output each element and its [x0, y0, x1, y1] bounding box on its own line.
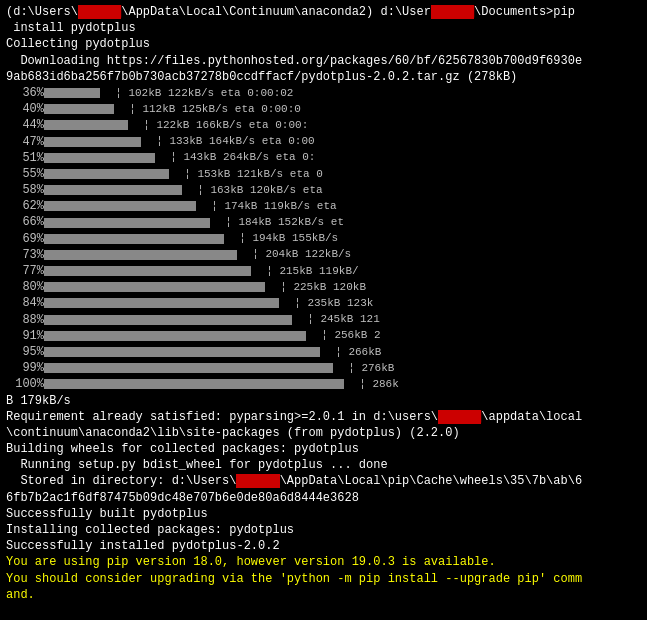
progress-row-40: 40% ¦ 112kB 125kB/s eta 0:00:0	[6, 101, 641, 117]
bar-fill	[44, 250, 237, 260]
path-suffix: \AppData\Local\Continuum\anaconda2) d:\U…	[121, 5, 431, 19]
bar-info: ¦ 245kB 121	[294, 312, 380, 327]
bar-info: ¦ 286k	[346, 377, 399, 392]
bar-fill	[44, 363, 333, 373]
progress-row-69: 69% ¦ 194kB 155kB/s	[6, 231, 641, 247]
pct-label: 95%	[6, 344, 44, 360]
pct-label: 99%	[6, 360, 44, 376]
progress-area: 36% ¦ 102kB 122kB/s eta 0:00:02 40% ¦ 11…	[6, 85, 641, 393]
bar-container: ¦ 153kB 121kB/s eta 0	[44, 167, 641, 182]
pct-label: 44%	[6, 117, 44, 133]
progress-row-47: 47% ¦ 133kB 164kB/s eta 0:00	[6, 134, 641, 150]
bar-fill	[44, 282, 265, 292]
bar-container: ¦ 266kB	[44, 345, 641, 360]
bar-container: ¦ 245kB 121	[44, 312, 641, 327]
bar-info: ¦ 133kB 164kB/s eta 0:00	[143, 134, 315, 149]
speed-line: B 179kB/s	[6, 393, 641, 409]
progress-row-95: 95% ¦ 266kB	[6, 344, 641, 360]
bar-container: ¦ 163kB 120kB/s eta	[44, 183, 641, 198]
bar-fill	[44, 153, 155, 163]
downloading-line-1: Downloading https://files.pythonhosted.o…	[6, 53, 641, 69]
bar-container: ¦ 215kB 119kB/	[44, 264, 641, 279]
bar-fill	[44, 185, 182, 195]
progress-row-51: 51% ¦ 143kB 264kB/s eta 0:	[6, 150, 641, 166]
progress-row-91: 91% ¦ 256kB 2	[6, 328, 641, 344]
bar-fill	[44, 234, 224, 244]
progress-row-88: 88% ¦ 245kB 121	[6, 312, 641, 328]
bar-fill	[44, 120, 128, 130]
bar-container: ¦ 102kB 122kB/s eta 0:00:02	[44, 86, 641, 101]
bar-container: ¦ 122kB 166kB/s eta 0:00:	[44, 118, 641, 133]
bar-info: ¦ 225kB 120kB	[267, 280, 366, 295]
progress-row-80: 80% ¦ 225kB 120kB	[6, 279, 641, 295]
progress-row-36: 36% ¦ 102kB 122kB/s eta 0:00:02	[6, 85, 641, 101]
pct-label: 51%	[6, 150, 44, 166]
stored-dir-line: Stored in directory: d:\Users\██████\App…	[6, 473, 641, 489]
progress-row-100: 100% ¦ 286k	[6, 376, 641, 392]
bar-info: ¦ 215kB 119kB/	[253, 264, 359, 279]
bar-container: ¦ 133kB 164kB/s eta 0:00	[44, 134, 641, 149]
header-line-2: install pydotplus	[6, 20, 641, 36]
bar-container: ¦ 143kB 264kB/s eta 0:	[44, 150, 641, 165]
bar-fill	[44, 169, 169, 179]
censored-username-2: ██████	[431, 5, 474, 19]
bar-info: ¦ 204kB 122kB/s	[239, 247, 351, 262]
bar-container: ¦ 276kB	[44, 361, 641, 376]
bar-info: ¦ 276kB	[335, 361, 394, 376]
censored-username-4: ██████	[236, 474, 279, 488]
header-line-1: (d:\Users\██████\AppData\Local\Continuum…	[6, 4, 641, 20]
built-line: Successfully built pydotplus	[6, 506, 641, 522]
bar-info: ¦ 194kB 155kB/s	[226, 231, 338, 246]
bar-container: ¦ 112kB 125kB/s eta 0:00:0	[44, 102, 641, 117]
bar-info: ¦ 143kB 264kB/s eta 0:	[157, 150, 315, 165]
progress-row-73: 73% ¦ 204kB 122kB/s	[6, 247, 641, 263]
pct-label: 88%	[6, 312, 44, 328]
bar-fill	[44, 266, 251, 276]
bar-container: ¦ 194kB 155kB/s	[44, 231, 641, 246]
bar-fill	[44, 315, 292, 325]
path-prefix: (d:\Users\	[6, 5, 78, 19]
building-wheels-line: Building wheels for collected packages: …	[6, 441, 641, 457]
bar-container: ¦ 235kB 123k	[44, 296, 641, 311]
progress-row-99: 99% ¦ 276kB	[6, 360, 641, 376]
pct-label: 77%	[6, 263, 44, 279]
bar-fill	[44, 347, 320, 357]
warning-line-3: and.	[6, 587, 641, 603]
bar-info: ¦ 112kB 125kB/s eta 0:00:0	[116, 102, 301, 117]
progress-row-44: 44% ¦ 122kB 166kB/s eta 0:00:	[6, 117, 641, 133]
bar-info: ¦ 235kB 123k	[281, 296, 373, 311]
bar-info: ¦ 184kB 152kB/s et	[212, 215, 344, 230]
pct-label: 73%	[6, 247, 44, 263]
bar-info: ¦ 122kB 166kB/s eta 0:00:	[130, 118, 308, 133]
bar-container: ¦ 184kB 152kB/s et	[44, 215, 641, 230]
pct-label: 80%	[6, 279, 44, 295]
path-docs: \Documents>pip	[474, 5, 575, 19]
installing-line: Installing collected packages: pydotplus	[6, 522, 641, 538]
bar-container: ¦ 256kB 2	[44, 328, 641, 343]
bar-fill	[44, 298, 279, 308]
pct-label: 91%	[6, 328, 44, 344]
bar-fill	[44, 218, 210, 228]
pct-label: 58%	[6, 182, 44, 198]
installed-line: Successfully installed pydotplus-2.0.2	[6, 538, 641, 554]
bar-info: ¦ 266kB	[322, 345, 381, 360]
pct-label: 55%	[6, 166, 44, 182]
bar-info: ¦ 174kB 119kB/s eta	[198, 199, 337, 214]
bar-info: ¦ 163kB 120kB/s eta	[184, 183, 323, 198]
bar-container: ¦ 225kB 120kB	[44, 280, 641, 295]
collecting-line: Collecting pydotplus	[6, 36, 641, 52]
pct-label: 36%	[6, 85, 44, 101]
bar-container: ¦ 204kB 122kB/s	[44, 247, 641, 262]
requirement-line-1: Requirement already satisfied: pyparsing…	[6, 409, 641, 425]
pct-label: 40%	[6, 101, 44, 117]
bar-fill	[44, 331, 306, 341]
censored-username-3: ██████	[438, 410, 481, 424]
bar-info: ¦ 256kB 2	[308, 328, 381, 343]
bar-container: ¦ 286k	[44, 377, 641, 392]
progress-row-77: 77% ¦ 215kB 119kB/	[6, 263, 641, 279]
warning-line-1: You are using pip version 18.0, however …	[6, 554, 641, 570]
bar-info: ¦ 102kB 122kB/s eta 0:00:02	[102, 86, 293, 101]
progress-row-84: 84% ¦ 235kB 123k	[6, 295, 641, 311]
censored-username-1: ██████	[78, 5, 121, 19]
bar-fill	[44, 379, 344, 389]
